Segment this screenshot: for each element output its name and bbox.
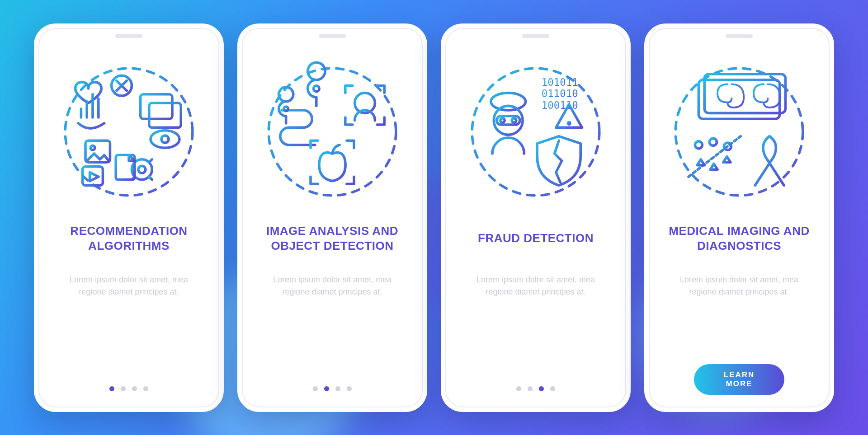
svg-line-19	[149, 159, 152, 162]
onboarding-screen: MEDICAL IMAGING AND DIAGNOSTICSLorem ips…	[644, 23, 834, 412]
page-dot[interactable]	[516, 386, 521, 391]
svg-point-48	[695, 141, 702, 148]
svg-point-21	[90, 145, 95, 150]
page-dot[interactable]	[528, 386, 533, 391]
page-dot[interactable]	[313, 386, 318, 391]
screen-title: IMAGE ANALYSIS AND OBJECT DETECTION	[255, 222, 410, 255]
svg-point-28	[472, 68, 599, 196]
page-dot[interactable]	[347, 386, 352, 391]
svg-rect-6	[149, 103, 181, 127]
page-dot[interactable]	[324, 386, 329, 391]
page-dot[interactable]	[132, 386, 137, 391]
page-dot[interactable]	[121, 386, 126, 391]
svg-point-42	[675, 68, 803, 196]
screen-description: Lorem ipsum dolor sit amet, mea regione …	[661, 274, 817, 299]
page-indicator	[109, 386, 148, 391]
svg-point-34	[512, 118, 516, 122]
page-dot[interactable]	[109, 386, 114, 391]
svg-point-11	[138, 166, 146, 173]
svg-text:101011: 101011	[542, 76, 578, 88]
svg-point-33	[500, 118, 505, 122]
page-dot[interactable]	[539, 386, 544, 391]
screen-description: Lorem ipsum dolor sit amet, mea regione …	[458, 274, 613, 299]
svg-point-9	[161, 136, 169, 143]
svg-rect-23	[83, 166, 103, 185]
page-indicator	[516, 386, 555, 391]
page-dot[interactable]	[143, 386, 148, 391]
svg-point-8	[151, 130, 179, 147]
engagement-icon	[57, 60, 201, 204]
medical-imaging-icon	[667, 60, 811, 204]
learn-more-button[interactable]: LEARN MORE	[694, 364, 784, 395]
svg-text:011010: 011010	[542, 88, 578, 99]
page-indicator	[313, 386, 352, 391]
page-dot[interactable]	[550, 386, 555, 391]
screen-description: Lorem ipsum dolor sit amet, mea regione …	[51, 274, 207, 299]
svg-point-26	[284, 107, 288, 111]
image-analysis-icon	[260, 60, 405, 204]
svg-point-41	[568, 122, 570, 124]
onboarding-screen: RECOMMENDATION ALGORITHMSLorem ipsum dol…	[34, 23, 224, 412]
screen-title: FRAUD DETECTION	[475, 222, 596, 255]
svg-point-49	[709, 138, 717, 145]
fraud-detection-icon: 101011 011010 100110	[463, 60, 608, 204]
screen-title: MEDICAL IMAGING AND DIAGNOSTICS	[661, 222, 817, 255]
svg-rect-4	[141, 94, 172, 118]
page-dot[interactable]	[335, 386, 340, 391]
onboarding-screen: IMAGE ANALYSIS AND OBJECT DETECTIONLorem…	[237, 23, 427, 412]
screen-description: Lorem ipsum dolor sit amet, mea regione …	[255, 274, 410, 299]
screen-title: RECOMMENDATION ALGORITHMS	[51, 222, 207, 255]
svg-point-25	[313, 85, 319, 91]
svg-line-17	[149, 177, 152, 179]
onboarding-screen: 101011 011010 100110 FRAUD DETECTIONLore…	[441, 23, 631, 412]
